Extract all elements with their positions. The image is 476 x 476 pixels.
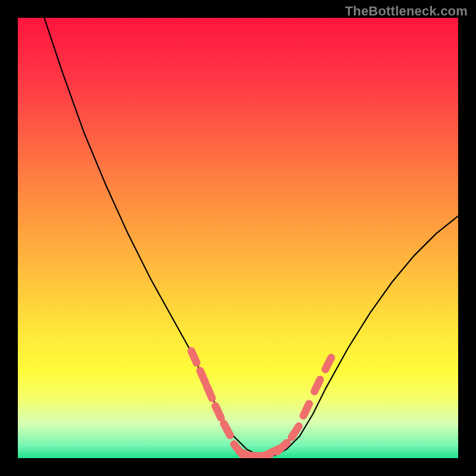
bottleneck-chart — [18, 18, 458, 458]
chart-marker — [325, 358, 331, 369]
chart-marker — [215, 406, 221, 418]
chart-marker — [192, 351, 197, 363]
chart-frame: TheBottleneck.com — [0, 0, 476, 476]
chart-marker — [303, 404, 309, 416]
watermark-text: TheBottleneck.com — [345, 4, 468, 19]
chart-marker — [206, 386, 212, 398]
chart-marker — [224, 424, 230, 435]
chart-marker — [200, 371, 205, 383]
chart-background — [18, 18, 458, 458]
chart-marker — [314, 380, 320, 392]
chart-plot-area — [18, 18, 458, 458]
